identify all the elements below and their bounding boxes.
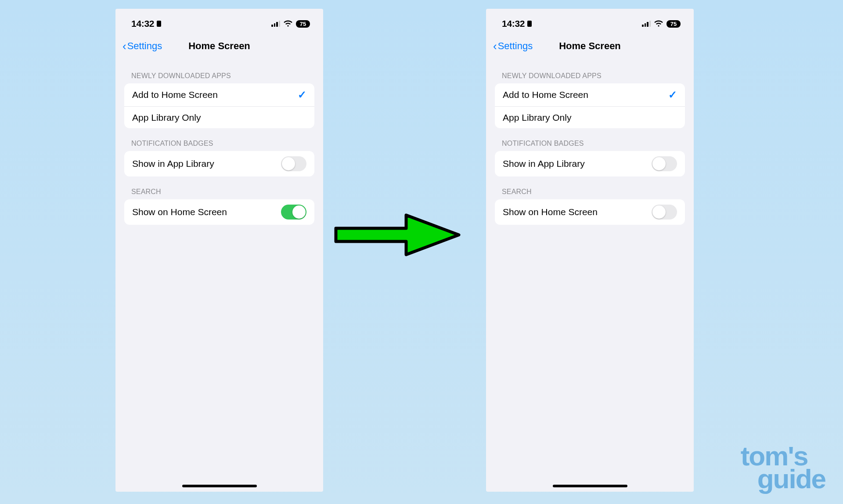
row-label: Add to Home Screen (132, 90, 218, 100)
toggle-show-on-home-screen[interactable] (281, 205, 306, 220)
portrait-lock-icon (157, 21, 161, 27)
back-button[interactable]: ‹ Settings (122, 40, 162, 52)
section-header-newly-downloaded: NEWLY DOWNLOADED APPS (115, 72, 323, 80)
watermark-logo: tom's guide (741, 445, 825, 491)
checkmark-icon: ✓ (668, 89, 677, 101)
section-header-notification-badges: NOTIFICATION BADGES (486, 140, 694, 148)
row-show-in-app-library[interactable]: Show in App Library (124, 151, 314, 176)
row-app-library-only[interactable]: App Library Only (495, 106, 685, 128)
section-header-newly-downloaded: NEWLY DOWNLOADED APPS (486, 72, 694, 80)
row-label: App Library Only (132, 112, 201, 123)
back-label: Settings (127, 40, 162, 52)
portrait-lock-icon (527, 21, 532, 27)
battery-icon: 75 (296, 20, 310, 28)
row-label: Add to Home Screen (503, 90, 588, 100)
nav-bar: ‹ Settings Home Screen (115, 34, 323, 58)
list-notification-badges: Show in App Library (124, 151, 314, 176)
wifi-icon (654, 20, 663, 27)
battery-icon: 75 (666, 20, 681, 28)
row-label: Show on Home Screen (132, 207, 227, 217)
row-label: Show on Home Screen (503, 207, 598, 217)
row-add-to-home-screen[interactable]: Add to Home Screen ✓ (124, 83, 314, 106)
status-time-text: 14:32 (502, 18, 525, 29)
cellular-icon (271, 21, 280, 27)
toggle-knob (652, 157, 666, 170)
status-time: 14:32 (502, 18, 532, 29)
toggle-knob (282, 157, 295, 170)
section-header-search: SEARCH (486, 188, 694, 196)
list-newly-downloaded: Add to Home Screen ✓ App Library Only (124, 83, 314, 128)
row-show-on-home-screen[interactable]: Show on Home Screen (495, 199, 685, 225)
list-newly-downloaded: Add to Home Screen ✓ App Library Only (495, 83, 685, 128)
status-bar: 14:32 75 (115, 13, 323, 34)
back-button[interactable]: ‹ Settings (493, 40, 533, 52)
row-show-in-app-library[interactable]: Show in App Library (495, 151, 685, 176)
section-header-notification-badges: NOTIFICATION BADGES (115, 140, 323, 148)
row-label: Show in App Library (132, 158, 214, 169)
chevron-left-icon: ‹ (122, 40, 126, 52)
list-search: Show on Home Screen (495, 199, 685, 225)
watermark-line-2: guide (757, 468, 825, 491)
checkmark-icon: ✓ (298, 89, 306, 101)
home-indicator[interactable] (182, 485, 257, 487)
toggle-show-in-app-library[interactable] (652, 156, 677, 171)
wifi-icon (284, 20, 292, 27)
toggle-show-on-home-screen[interactable] (652, 205, 677, 220)
battery-level: 75 (300, 21, 306, 27)
toggle-knob (652, 205, 666, 219)
row-show-on-home-screen[interactable]: Show on Home Screen (124, 199, 314, 225)
nav-bar: ‹ Settings Home Screen (486, 34, 694, 58)
battery-level: 75 (670, 21, 677, 27)
section-header-search: SEARCH (115, 188, 323, 196)
toggle-knob (292, 205, 306, 219)
status-time-text: 14:32 (131, 18, 154, 29)
home-indicator[interactable] (553, 485, 627, 487)
arrow-icon (331, 209, 463, 261)
status-bar: 14:32 75 (486, 13, 694, 34)
row-add-to-home-screen[interactable]: Add to Home Screen ✓ (495, 83, 685, 106)
phone-right: 14:32 75 ‹ Settings Home Screen NEWLY DO… (486, 9, 694, 492)
row-app-library-only[interactable]: App Library Only (124, 106, 314, 128)
status-right: 75 (642, 20, 681, 28)
row-label: App Library Only (503, 112, 571, 123)
cellular-icon (642, 21, 651, 27)
phone-left: 14:32 75 ‹ Settings Home Screen NEWLY DO… (115, 9, 323, 492)
toggle-show-in-app-library[interactable] (281, 156, 306, 171)
status-time: 14:32 (131, 18, 161, 29)
back-label: Settings (498, 40, 533, 52)
list-search: Show on Home Screen (124, 199, 314, 225)
status-right: 75 (271, 20, 310, 28)
row-label: Show in App Library (503, 158, 585, 169)
chevron-left-icon: ‹ (493, 40, 497, 52)
list-notification-badges: Show in App Library (495, 151, 685, 176)
